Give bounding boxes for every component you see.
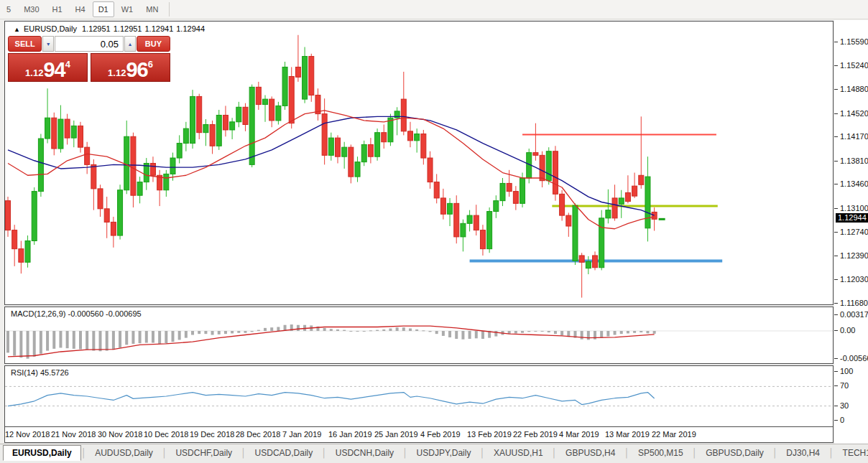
macd-histogram-bar bbox=[396, 327, 399, 331]
tab-usdcad-daily[interactable]: USDCAD,Daily bbox=[246, 446, 322, 460]
macd-histogram-bar bbox=[653, 331, 656, 334]
axis-tick bbox=[834, 136, 838, 137]
candle bbox=[150, 164, 155, 176]
quote-open: 1.12951 bbox=[82, 24, 111, 33]
timeframe-button-w1[interactable]: W1 bbox=[116, 1, 139, 17]
candle bbox=[78, 126, 83, 147]
candle bbox=[118, 190, 123, 235]
tab-tech100-h1[interactable]: TECH100,H1 bbox=[834, 446, 868, 460]
candle bbox=[98, 189, 103, 209]
macd-label: MACD(12,26,9) -0.000560 -0.000695 bbox=[11, 309, 142, 318]
timeframe-button-mn[interactable]: MN bbox=[140, 1, 164, 17]
axis-tick bbox=[834, 65, 838, 66]
sell-price-prefix: 1.12 bbox=[25, 67, 43, 79]
candle bbox=[256, 87, 261, 104]
volume-increase-button[interactable]: ▲ bbox=[124, 36, 136, 52]
tab-gbpusd-h4[interactable]: GBPUSD,H4 bbox=[557, 446, 624, 460]
macd-histogram-bar bbox=[554, 331, 557, 334]
candle bbox=[467, 215, 472, 223]
tab-eurusd-daily[interactable]: EURUSD,Daily bbox=[3, 445, 81, 461]
macd-panel[interactable]: MACD(12,26,9) -0.000560 -0.000695 bbox=[4, 307, 834, 364]
buy-price-prefix: 1.12 bbox=[108, 67, 126, 79]
candle bbox=[25, 240, 30, 262]
quote-close: 1.12944 bbox=[176, 24, 205, 33]
candle bbox=[65, 119, 70, 138]
axis-tick bbox=[834, 184, 838, 184]
candle bbox=[599, 218, 604, 268]
macd-histogram-bar bbox=[191, 331, 194, 335]
date-axis[interactable]: 12 Nov 201821 Nov 201830 Nov 201810 Dec … bbox=[4, 427, 834, 443]
volume-decrease-button[interactable]: ▼ bbox=[42, 36, 54, 52]
volume-input[interactable] bbox=[55, 36, 124, 52]
timeframe-button-d1[interactable]: D1 bbox=[93, 1, 114, 17]
macd-histogram-bar bbox=[211, 331, 214, 335]
tab-audusd-daily[interactable]: AUDUSD,Daily bbox=[86, 446, 162, 460]
quote-low: 1.12941 bbox=[144, 24, 173, 33]
macd-histogram-bar bbox=[521, 331, 524, 333]
macd-histogram-bar bbox=[231, 331, 234, 333]
rsi-panel[interactable]: RSI(14) 45.5726 bbox=[4, 365, 834, 427]
main-chart-panel[interactable]: ▲EURUSD,Daily 1.129511.129511.129411.129… bbox=[4, 21, 834, 305]
price-tick-label: 1.14170 bbox=[840, 132, 868, 141]
tab-sp500-m15[interactable]: SP500,M15 bbox=[629, 446, 692, 460]
chart-window: ▲EURUSD,Daily 1.129511.129511.129411.129… bbox=[4, 20, 868, 444]
chart-tab-bar: EURUSD,Daily│AUDUSD,Daily│USDCHF,Daily│U… bbox=[0, 444, 868, 461]
candle bbox=[573, 205, 578, 261]
axis-tick bbox=[834, 314, 838, 315]
tab-separator: │ bbox=[772, 448, 778, 458]
price-tick-label: 1.13810 bbox=[840, 156, 868, 165]
date-tick-label: 13 Mar 2019 bbox=[605, 430, 650, 439]
tab-xauusd-h1[interactable]: XAUUSD,H1 bbox=[485, 446, 552, 460]
macd-histogram-bar bbox=[409, 329, 412, 331]
macd-histogram-bar bbox=[99, 331, 102, 351]
axis-tick bbox=[834, 256, 838, 256]
timeframe-button-h4[interactable]: H4 bbox=[70, 1, 91, 17]
macd-histogram-bar bbox=[73, 331, 75, 349]
tab-dj30-h4[interactable]: DJ30,H4 bbox=[777, 446, 828, 460]
tab-usdjpy-daily[interactable]: USDJPY,Daily bbox=[408, 446, 480, 460]
tab-usdchf-daily[interactable]: USDCHF,Daily bbox=[167, 446, 241, 460]
price-axis[interactable]: 1.155901.152401.148801.145201.141701.138… bbox=[834, 20, 868, 444]
candle bbox=[164, 174, 169, 190]
candle bbox=[6, 201, 11, 230]
sell-button[interactable]: SELL bbox=[8, 36, 42, 52]
sell-price-box[interactable]: 1.12944 bbox=[8, 53, 88, 82]
candle bbox=[91, 164, 96, 189]
price-tick-label: 1.12740 bbox=[840, 228, 868, 236]
macd-histogram-bar bbox=[534, 331, 537, 332]
timeframe-button-h1[interactable]: H1 bbox=[47, 1, 68, 17]
candle bbox=[19, 249, 24, 263]
candle bbox=[474, 215, 479, 230]
macd-histogram-bar bbox=[581, 331, 583, 340]
candle bbox=[480, 230, 485, 249]
candle bbox=[137, 182, 142, 196]
price-tick-label: 1.14520 bbox=[840, 109, 868, 118]
date-tick-label: 10 Dec 2018 bbox=[144, 430, 188, 439]
timeframe-button-5[interactable]: 5 bbox=[1, 1, 17, 17]
macd-histogram-bar bbox=[79, 331, 82, 350]
buy-price-box[interactable]: 1.12966 bbox=[91, 53, 170, 82]
price-tick-label: 1.13460 bbox=[840, 179, 868, 188]
candle bbox=[336, 138, 341, 156]
macd-histogram-bar bbox=[139, 331, 142, 343]
candle bbox=[407, 131, 412, 141]
candle bbox=[652, 212, 657, 219]
macd-histogram-bar bbox=[251, 331, 254, 332]
macd-histogram-bar bbox=[40, 331, 42, 354]
timeframe-button-m30[interactable]: M30 bbox=[18, 1, 45, 17]
date-tick-label: 12 Nov 2018 bbox=[5, 430, 50, 439]
tab-usdcnh-daily[interactable]: USDCNH,Daily bbox=[327, 446, 402, 460]
candle bbox=[210, 125, 215, 146]
collapse-arrow-icon[interactable]: ▲ bbox=[14, 26, 20, 33]
macd-histogram-bar bbox=[435, 331, 438, 334]
tab-separator: │ bbox=[241, 448, 246, 458]
candle bbox=[507, 183, 512, 191]
candle bbox=[579, 256, 584, 262]
tab-gbpusd-daily[interactable]: GBPUSD,Daily bbox=[697, 446, 772, 460]
buy-button[interactable]: BUY bbox=[137, 36, 170, 52]
macd-histogram-bar bbox=[165, 331, 167, 343]
tab-separator: │ bbox=[162, 448, 167, 458]
one-click-trading-widget: SELL ▼ ▲ BUY 1.12944 1.12966 bbox=[8, 36, 170, 82]
macd-histogram-bar bbox=[548, 331, 550, 332]
candle bbox=[170, 158, 175, 174]
